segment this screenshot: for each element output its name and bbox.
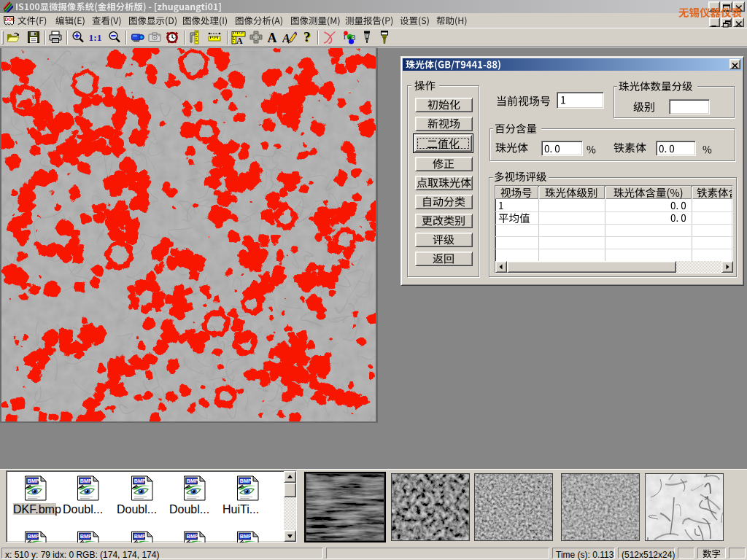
svg-text:BMP: BMP	[134, 533, 146, 540]
svg-text:1: 1	[343, 34, 347, 41]
svg-text:BMP: BMP	[240, 478, 252, 484]
svg-text:?: ?	[303, 30, 311, 44]
svg-text:BMP: BMP	[28, 478, 39, 484]
svg-text:DOC: DOC	[5, 17, 15, 22]
svg-text:A: A	[268, 31, 277, 44]
svg-text:BMP: BMP	[28, 533, 39, 540]
svg-text:BMP: BMP	[80, 478, 92, 484]
svg-text:BMP: BMP	[80, 533, 92, 540]
svg-text:BMP: BMP	[134, 478, 146, 484]
svg-text:BMP: BMP	[187, 533, 198, 540]
svg-text:1:1: 1:1	[89, 32, 102, 43]
svg-text:BMP: BMP	[240, 533, 252, 540]
svg-text:BMP: BMP	[187, 478, 198, 484]
svg-text:A: A	[236, 36, 243, 44]
